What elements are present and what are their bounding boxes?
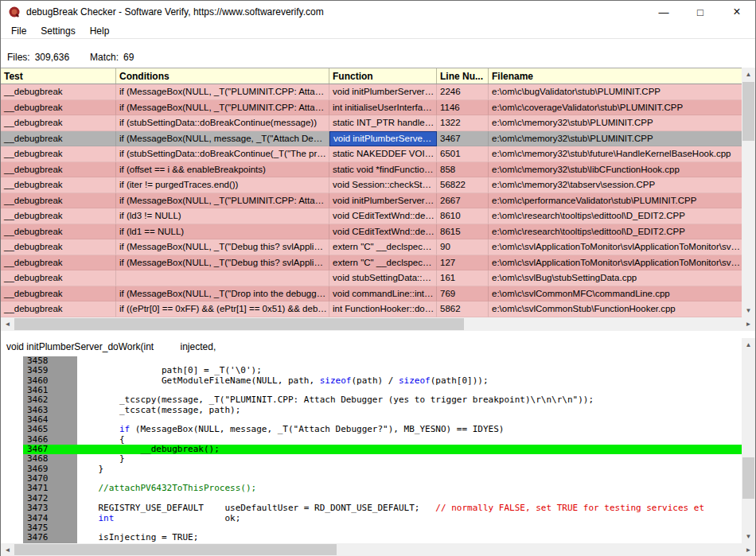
cell-line[interactable]: 8615: [437, 224, 489, 240]
cell-test[interactable]: __debugbreak: [1, 286, 116, 302]
table-row[interactable]: __debugbreakif (MessageBox(NULL, _T("Deb…: [1, 255, 743, 271]
cell-test[interactable]: __debugbreak: [1, 146, 116, 162]
cell-conditions[interactable]: if (MessageBox(NULL, _T("PLUMINIT.CPP: A…: [116, 100, 329, 116]
cell-function[interactable]: void stubSettingData::do...: [329, 270, 437, 286]
cell-function[interactable]: void commandLine::inter...: [329, 286, 437, 302]
scroll-up-icon[interactable]: ▲: [742, 68, 755, 81]
cell-line[interactable]: 858: [437, 162, 489, 178]
minimize-button[interactable]: —: [645, 1, 682, 23]
close-button[interactable]: ×: [719, 1, 755, 23]
cell-function[interactable]: void initPlumberServer_...: [329, 131, 437, 147]
cell-conditions[interactable]: if (offset == i && enableBreakpoints): [116, 162, 329, 178]
menu-file[interactable]: File: [4, 24, 33, 38]
cell-conditions[interactable]: if (MessageBox(NULL, _T("Debug this? svl…: [116, 255, 329, 271]
cell-conditions[interactable]: if (MessageBox(NULL, _T("Debug this? svl…: [116, 239, 329, 255]
cell-conditions[interactable]: if (stubSettingData::doBreakContinue(_T(…: [116, 146, 329, 162]
cell-line[interactable]: 161: [437, 270, 489, 286]
cell-test[interactable]: __debugbreak: [1, 193, 116, 209]
table-row[interactable]: __debugbreakif (ld1 == NULL)void CEditTe…: [1, 224, 743, 240]
cell-conditions[interactable]: if (MessageBox(NULL, _T("Drop into the d…: [116, 286, 329, 302]
cell-function[interactable]: void initPlumberServer_d...: [329, 84, 437, 100]
column-header-line-number[interactable]: Line Nu...: [437, 68, 489, 84]
cell-filename[interactable]: e:\om\c\memory32\stub\PLUMINIT.CPP: [489, 115, 743, 131]
cell-line[interactable]: 1322: [437, 115, 489, 131]
cell-test[interactable]: __debugbreak: [1, 115, 116, 131]
code-hscroll-thumb[interactable]: [14, 544, 337, 555]
cell-filename[interactable]: e:\om\c\svlCommonMFC\commandLine.cpp: [489, 286, 743, 302]
cell-line[interactable]: 5862: [437, 301, 489, 317]
cell-function[interactable]: int FunctionHooker::doA...: [329, 301, 437, 317]
cell-filename[interactable]: e:\om\c\research\tooltips\edittool\D_EDI…: [489, 208, 743, 224]
cell-function[interactable]: static NAKEDDEF VOID h...: [329, 146, 437, 162]
cell-conditions[interactable]: [116, 270, 329, 286]
cell-test[interactable]: __debugbreak: [1, 224, 116, 240]
cell-filename[interactable]: e:\om\c\memory32\stub\PLUMINIT.CPP: [489, 131, 743, 147]
cell-filename[interactable]: e:\om\c\performanceValidator\stub\PLUMIN…: [489, 193, 743, 209]
table-row[interactable]: __debugbreakvoid stubSettingData::do...1…: [1, 270, 743, 286]
scroll-left-icon[interactable]: ◄: [1, 317, 14, 331]
cell-line[interactable]: 769: [437, 286, 489, 302]
scroll-left-icon[interactable]: ◄: [1, 543, 14, 556]
cell-test[interactable]: __debugbreak: [1, 162, 116, 178]
table-row[interactable]: __debugbreakif (offset == i && enableBre…: [1, 162, 743, 178]
cell-conditions[interactable]: if (ld1 == NULL): [116, 224, 329, 240]
cell-conditions[interactable]: if (MessageBox(NULL, _T("PLUMINIT.CPP: A…: [116, 193, 329, 209]
cell-filename[interactable]: e:\om\c\memory32\stub\libCFunctionHook.c…: [489, 162, 743, 178]
cell-line[interactable]: 2667: [437, 193, 489, 209]
cell-line[interactable]: 90: [437, 239, 489, 255]
table-row[interactable]: __debugbreakif (MessageBox(NULL, _T("PLU…: [1, 193, 743, 209]
table-horizontal-scrollbar[interactable]: ◄ ►: [1, 317, 755, 331]
table-row[interactable]: __debugbreakif (MessageBox(NULL, _T("PLU…: [1, 100, 743, 116]
scroll-down-icon[interactable]: ▼: [742, 304, 755, 317]
cell-conditions[interactable]: if (stubSettingData::doBreakContinue(mes…: [116, 115, 329, 131]
menu-settings[interactable]: Settings: [33, 24, 82, 38]
maximize-button[interactable]: □: [682, 1, 719, 23]
title-bar[interactable]: debugBreak Checker - Software Verify, ht…: [1, 1, 755, 23]
cell-function[interactable]: extern "C" __declspec(dll...: [329, 239, 437, 255]
cell-line[interactable]: 3467: [437, 131, 489, 147]
cell-test[interactable]: __debugbreak: [1, 131, 116, 147]
cell-line[interactable]: 8610: [437, 208, 489, 224]
cell-function[interactable]: static void *findFunction(...: [329, 162, 437, 178]
source-view[interactable]: 3458345934603461346234633464346534663467…: [1, 356, 743, 543]
cell-filename[interactable]: e:\om\c\research\tooltips\edittool\D_EDI…: [489, 224, 743, 240]
cell-test[interactable]: __debugbreak: [1, 84, 116, 100]
table-row[interactable]: __debugbreakif (MessageBox(NULL, _T("Deb…: [1, 239, 743, 255]
scroll-right-icon[interactable]: ►: [742, 543, 755, 556]
cell-test[interactable]: __debugbreak: [1, 301, 116, 317]
cell-conditions[interactable]: if (iter != purgedTraces.end()): [116, 177, 329, 193]
cell-filename[interactable]: e:\om\c\svlApplicationToMonitor\svlAppli…: [489, 239, 743, 255]
cell-filename[interactable]: e:\om\c\svlCommonStub\FunctionHooker.cpp: [489, 301, 743, 317]
scroll-down-icon[interactable]: ▼: [742, 530, 755, 543]
table-vscroll-thumb[interactable]: [742, 82, 754, 141]
column-header-test[interactable]: Test: [1, 68, 116, 84]
menu-help[interactable]: Help: [83, 24, 117, 38]
cell-function[interactable]: extern "C" __declspec(dll...: [329, 255, 437, 271]
cell-line[interactable]: 6501: [437, 146, 489, 162]
table-hscroll-thumb[interactable]: [14, 318, 464, 330]
scroll-up-icon[interactable]: ▲: [742, 338, 755, 352]
cell-line[interactable]: 56822: [437, 177, 489, 193]
table-row[interactable]: __debugbreakif (stubSettingData::doBreak…: [1, 146, 743, 162]
cell-filename[interactable]: e:\om\c\memory32\stub\future\HandleKerne…: [489, 146, 743, 162]
cell-filename[interactable]: e:\om\c\coverageValidator\stub\PLUMINIT.…: [489, 100, 743, 116]
code-vscroll-thumb[interactable]: [742, 457, 754, 499]
cell-filename[interactable]: e:\om\c\bugValidator\stub\PLUMINIT.CPP: [489, 84, 743, 100]
cell-line[interactable]: 1146: [437, 100, 489, 116]
cell-test[interactable]: __debugbreak: [1, 100, 116, 116]
column-header-conditions[interactable]: Conditions: [116, 68, 329, 84]
cell-function[interactable]: void Session::checkStack...: [329, 177, 437, 193]
cell-test[interactable]: __debugbreak: [1, 239, 116, 255]
cell-line[interactable]: 2246: [437, 84, 489, 100]
cell-function[interactable]: static INT_PTR handlePre...: [329, 115, 437, 131]
cell-filename[interactable]: e:\om\c\memory32\tabserv\session.CPP: [489, 177, 743, 193]
cell-filename[interactable]: e:\om\c\svlApplicationToMonitor\svlAppli…: [489, 255, 743, 271]
cell-line[interactable]: 127: [437, 255, 489, 271]
column-header-function[interactable]: Function: [329, 68, 437, 84]
table-row[interactable]: __debugbreakif ((ePtr[0] == 0xFF) && (eP…: [1, 301, 743, 317]
table-row[interactable]: __debugbreakif (MessageBox(NULL, message…: [1, 131, 743, 147]
cell-conditions[interactable]: if (ld3 != NULL): [116, 208, 329, 224]
code-vertical-scrollbar[interactable]: ▲ ▼: [742, 338, 755, 543]
table-row[interactable]: __debugbreakif (ld3 != NULL)void CEditTe…: [1, 208, 743, 224]
table-vertical-scrollbar[interactable]: ▲ ▼: [742, 68, 755, 317]
